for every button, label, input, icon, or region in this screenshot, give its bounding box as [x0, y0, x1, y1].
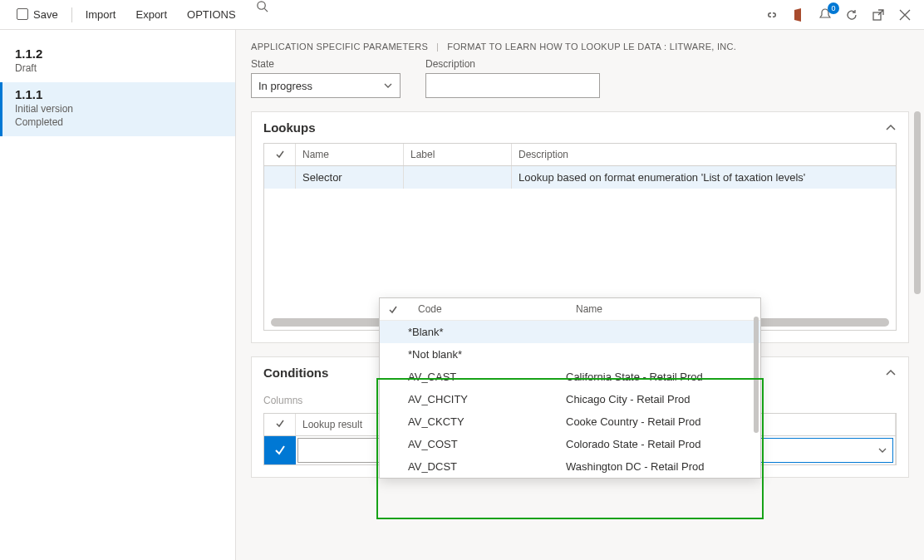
version-status: Completed	[15, 116, 220, 128]
search-icon	[256, 0, 268, 12]
dropdown-option[interactable]: AV_COST Colorado State - Retail Prod	[380, 433, 760, 455]
dropdown-option[interactable]: AV_DCST Washington DC - Retail Prod	[380, 455, 760, 478]
row-checkbox[interactable]	[264, 166, 296, 189]
cell-description: Lookup based on format enumeration 'List…	[512, 166, 896, 189]
col-description[interactable]: Description	[512, 144, 896, 165]
lookups-header[interactable]: Lookups	[252, 112, 908, 143]
check-icon	[275, 150, 285, 160]
chevron-up-icon	[885, 122, 897, 134]
popup-col-code[interactable]: Code	[418, 303, 576, 315]
dropdown-option[interactable]: AV_CAST California State - Retail Prod	[380, 366, 760, 388]
dropdown-option[interactable]: *Blank*	[380, 321, 760, 343]
options-button[interactable]: OPTIONS	[177, 0, 246, 30]
col-label[interactable]: Label	[404, 144, 512, 165]
close-button[interactable]	[897, 7, 912, 22]
columns-button[interactable]: Columns	[263, 395, 302, 406]
lookups-title: Lookups	[263, 120, 316, 135]
office-icon[interactable]	[791, 7, 806, 22]
svg-line-1	[264, 8, 268, 12]
notification-badge: 0	[828, 2, 839, 14]
select-all-checkbox[interactable]	[264, 414, 296, 435]
version-number: 1.1.2	[15, 47, 220, 61]
check-icon	[275, 419, 285, 429]
check-icon	[388, 305, 398, 315]
row-selector[interactable]	[264, 436, 296, 464]
select-all-checkbox[interactable]	[264, 144, 296, 165]
refresh-button[interactable]	[844, 7, 859, 22]
check-icon	[274, 445, 286, 456]
dropdown-option[interactable]: AV_CHCITY Chicago City - Retail Prod	[380, 388, 760, 410]
top-toolbar: Save Import Export OPTIONS 0	[0, 0, 924, 30]
breadcrumb-part: FORMAT TO LEARN HOW TO LOOKUP LE DATA : …	[447, 42, 736, 52]
code-dropdown-popup: Code Name *Blank* *Not blank* AV_CAST Ca…	[379, 297, 761, 479]
dropdown-option[interactable]: *Not blank*	[380, 343, 760, 366]
version-item[interactable]: 1.1.2 Draft	[0, 42, 235, 82]
search-button[interactable]	[246, 0, 278, 30]
import-button[interactable]: Import	[76, 0, 126, 30]
state-label: State	[251, 58, 401, 70]
version-number: 1.1.1	[15, 87, 220, 101]
toolbar-divider	[71, 7, 72, 22]
state-select[interactable]: In progress	[251, 73, 401, 98]
export-button[interactable]: Export	[125, 0, 177, 30]
versions-sidebar: 1.1.2 Draft 1.1.1 Initial version Comple…	[0, 30, 236, 560]
breadcrumb: APPLICATION SPECIFIC PARAMETERS | FORMAT…	[251, 42, 909, 52]
version-item-selected[interactable]: 1.1.1 Initial version Completed	[0, 82, 235, 136]
chevron-up-icon	[885, 367, 897, 379]
description-input[interactable]	[425, 73, 600, 98]
popup-scrollbar[interactable]	[754, 317, 759, 433]
chevron-down-icon	[877, 445, 887, 455]
notifications-button[interactable]: 0	[818, 7, 833, 22]
state-value: In progress	[258, 80, 312, 92]
save-button[interactable]: Save	[7, 0, 68, 30]
svg-point-0	[257, 1, 264, 8]
content-area: APPLICATION SPECIFIC PARAMETERS | FORMAT…	[236, 30, 924, 560]
version-description: Initial version	[15, 103, 220, 115]
save-icon	[17, 8, 28, 20]
popout-button[interactable]	[871, 7, 886, 22]
svg-marker-2	[794, 8, 801, 22]
popup-col-name[interactable]: Name	[576, 303, 602, 315]
link-icon[interactable]	[764, 7, 779, 22]
table-row[interactable]: Selector Lookup based on format enumerat…	[264, 166, 896, 189]
dropdown-option[interactable]: AV_CKCTY Cooke Country - Retail Prod	[380, 410, 760, 433]
chevron-down-icon	[383, 81, 393, 91]
vertical-scrollbar[interactable]	[914, 111, 921, 294]
breadcrumb-part: APPLICATION SPECIFIC PARAMETERS	[251, 42, 428, 52]
description-label: Description	[425, 58, 600, 70]
version-status: Draft	[15, 62, 220, 74]
cell-name: Selector	[296, 166, 404, 189]
cell-label	[404, 166, 512, 189]
breadcrumb-separator: |	[436, 42, 439, 52]
conditions-title: Conditions	[263, 366, 328, 380]
col-name[interactable]: Name	[296, 144, 404, 165]
